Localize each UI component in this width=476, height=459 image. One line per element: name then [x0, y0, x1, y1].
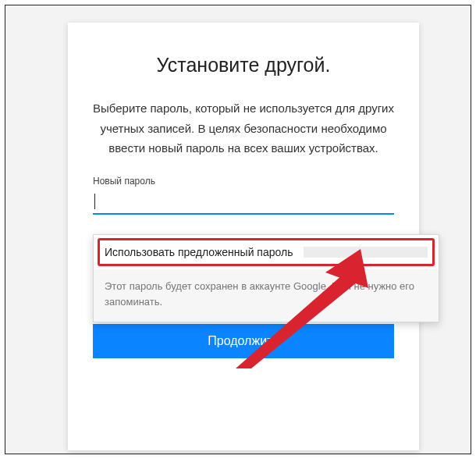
- password-suggestion-popup: Использовать предложенный пароль Этот па…: [93, 234, 439, 322]
- use-suggested-password-label: Использовать предложенный пароль: [105, 246, 293, 258]
- dialog-description: Выберите пароль, который не используется…: [93, 98, 394, 158]
- continue-button[interactable]: Продолжить: [93, 324, 394, 358]
- password-input[interactable]: [93, 191, 394, 213]
- screenshot-frame: Установите другой. Выберите пароль, кото…: [5, 5, 471, 454]
- dialog-title: Установите другой.: [93, 54, 394, 76]
- use-suggested-password-row[interactable]: Использовать предложенный пароль: [94, 235, 439, 269]
- suggestion-info-text: Этот пароль будет сохранен в аккаунте Go…: [94, 269, 439, 322]
- password-field-label: Новый пароль: [93, 176, 394, 187]
- suggested-password-masked: [304, 247, 428, 258]
- text-caret: [94, 194, 95, 209]
- password-input-wrap: [93, 191, 394, 215]
